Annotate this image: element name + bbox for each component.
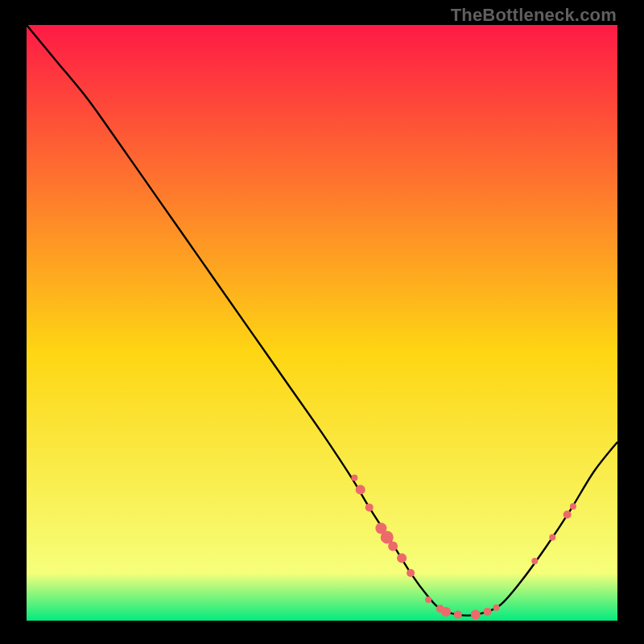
data-marker [484,608,492,616]
chart-svg [27,25,617,621]
data-marker [365,503,374,511]
data-marker [493,605,500,611]
data-marker [407,569,415,577]
data-marker [425,597,431,603]
data-marker [549,534,555,540]
chart-frame: TheBottleneck.com [0,0,644,644]
data-marker [356,485,365,494]
data-marker [570,503,576,510]
data-marker [454,611,462,619]
plot-area [27,25,617,621]
data-marker [397,553,407,563]
data-marker [388,542,398,551]
gradient-bg [27,25,617,621]
data-marker [531,558,538,564]
data-marker [471,610,481,620]
data-marker [564,510,572,518]
data-marker [351,474,357,481]
data-marker [441,607,451,617]
watermark-text: TheBottleneck.com [451,5,617,26]
